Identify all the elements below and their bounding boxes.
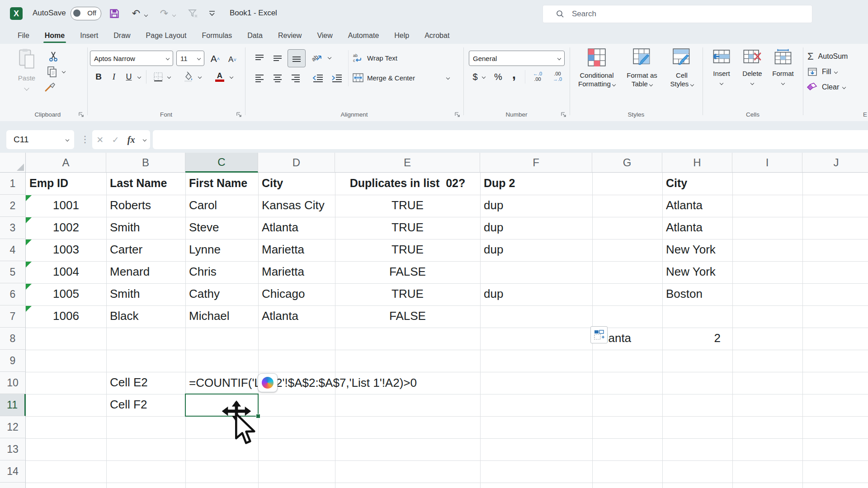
copilot-button[interactable] — [258, 373, 278, 392]
cell-I9[interactable] — [732, 350, 803, 372]
align-bottom-button[interactable] — [288, 49, 306, 67]
insert-function-button[interactable]: fx — [127, 135, 135, 145]
cell-B2[interactable]: Roberts — [106, 195, 186, 217]
cell-H14[interactable] — [662, 460, 733, 483]
cell-C9[interactable] — [185, 350, 259, 372]
font-dialog-launcher[interactable] — [236, 111, 242, 117]
cell-E6[interactable]: TRUE — [335, 283, 481, 306]
cell-I14[interactable] — [732, 460, 803, 483]
cell-B10[interactable]: Cell E2 — [106, 372, 186, 394]
cell-G9[interactable] — [592, 350, 663, 372]
cell-C8[interactable] — [185, 328, 259, 350]
cell-I6[interactable] — [732, 283, 803, 306]
cell-B3[interactable]: Smith — [106, 217, 186, 239]
cell-G3[interactable] — [592, 217, 663, 239]
undo-button[interactable]: ↶ — [128, 6, 144, 21]
cell-F5[interactable] — [480, 261, 593, 284]
cell-A5[interactable]: 1004 — [26, 261, 107, 284]
cell-I8[interactable] — [732, 328, 803, 350]
cell-I11[interactable] — [732, 394, 803, 417]
cell-B5[interactable]: Menard — [106, 261, 186, 284]
cell-F2[interactable]: dup — [480, 195, 593, 217]
copy-button[interactable] — [45, 66, 59, 78]
align-center-button[interactable] — [270, 72, 285, 84]
cell-F11[interactable] — [480, 394, 593, 417]
column-header-A[interactable]: A — [26, 153, 106, 173]
column-header-F[interactable]: F — [480, 153, 592, 173]
conditional-formatting-button[interactable]: Conditional Formatting — [574, 48, 619, 88]
cut-button[interactable] — [47, 50, 61, 63]
clear-filter-button[interactable] — [185, 6, 201, 21]
cell-J3[interactable] — [802, 217, 868, 239]
format-as-table-button[interactable]: Format as Table — [621, 48, 663, 88]
enter-button[interactable]: ✓ — [112, 135, 119, 145]
cell-A4[interactable]: 1003 — [26, 239, 107, 262]
cell-A10[interactable] — [26, 372, 107, 394]
font-color-button[interactable]: A — [213, 70, 226, 84]
cell-A9[interactable] — [26, 350, 107, 372]
cell-G12[interactable] — [592, 416, 663, 439]
cell-H2[interactable]: Atlanta — [662, 195, 733, 217]
cell-G11[interactable] — [592, 394, 663, 417]
cell-F13[interactable] — [480, 438, 593, 461]
cell-H4[interactable]: New York — [662, 239, 733, 262]
cell-C15[interactable] — [185, 483, 259, 488]
tab-view[interactable]: View — [309, 28, 340, 44]
cell-I1[interactable] — [732, 173, 803, 195]
cell-J9[interactable] — [802, 350, 868, 372]
cell-J13[interactable] — [802, 438, 868, 461]
cell-A11[interactable] — [26, 394, 107, 417]
cell-H9[interactable] — [662, 350, 733, 372]
cell-D8[interactable] — [258, 328, 335, 350]
tab-page-layout[interactable]: Page Layout — [138, 28, 194, 44]
cell-G4[interactable] — [592, 239, 663, 262]
increase-decimal-button[interactable]: ←.0 .00 — [529, 71, 546, 82]
autosum-button[interactable]: Σ AutoSum — [807, 50, 868, 63]
cell-D11[interactable] — [258, 394, 335, 417]
format-painter-button[interactable] — [43, 81, 57, 94]
cell-J8[interactable] — [802, 328, 868, 350]
cell-E14[interactable] — [335, 460, 481, 483]
cell-G7[interactable] — [592, 305, 663, 328]
cell-I15[interactable] — [732, 483, 803, 488]
align-right-button[interactable] — [288, 72, 303, 84]
tab-file[interactable]: File — [10, 28, 37, 44]
cell-E11[interactable] — [335, 394, 481, 417]
cell-H12[interactable] — [662, 416, 733, 439]
cell-E2[interactable]: TRUE — [335, 195, 481, 217]
cell-E8[interactable] — [335, 328, 481, 350]
fill-button[interactable]: Fill — [807, 66, 862, 78]
cell-I5[interactable] — [732, 261, 803, 284]
comma-style-button[interactable]: , — [509, 67, 519, 81]
cell-D14[interactable] — [258, 460, 335, 483]
cell-F9[interactable] — [480, 350, 593, 372]
cell-J7[interactable] — [802, 305, 868, 328]
cell-B6[interactable]: Smith — [106, 283, 186, 306]
row-header-3[interactable]: 3 — [0, 217, 26, 239]
borders-chevron[interactable] — [166, 74, 172, 80]
cell-I4[interactable] — [732, 239, 803, 262]
cell-I2[interactable] — [732, 195, 803, 217]
merge-center-button[interactable]: Merge & Center — [353, 71, 457, 84]
cell-E5[interactable]: FALSE — [335, 261, 481, 284]
cell-B9[interactable] — [106, 350, 186, 372]
cell-E15[interactable] — [335, 483, 481, 488]
number-format-combo[interactable]: General — [469, 51, 565, 66]
cell-D7[interactable]: Atlanta — [258, 305, 335, 328]
cell-I10[interactable] — [732, 372, 803, 394]
cell-E9[interactable] — [335, 350, 481, 372]
tab-review[interactable]: Review — [270, 28, 309, 44]
italic-button[interactable]: I — [109, 70, 119, 84]
cell-G10[interactable] — [592, 372, 663, 394]
cell-A3[interactable]: 1002 — [26, 217, 107, 239]
cell-H8[interactable]: 2 — [662, 328, 733, 350]
cell-J4[interactable] — [802, 239, 868, 262]
font-name-combo[interactable]: Aptos Narrow — [90, 51, 173, 66]
percent-style-button[interactable]: % — [491, 70, 505, 84]
cell-C6[interactable]: Cathy — [185, 283, 259, 306]
cell-G14[interactable] — [592, 460, 663, 483]
row-header-1[interactable]: 1 — [0, 173, 26, 195]
row-header-6[interactable]: 6 — [0, 283, 26, 305]
cell-D12[interactable] — [258, 416, 335, 439]
cell-H10[interactable] — [662, 372, 733, 394]
